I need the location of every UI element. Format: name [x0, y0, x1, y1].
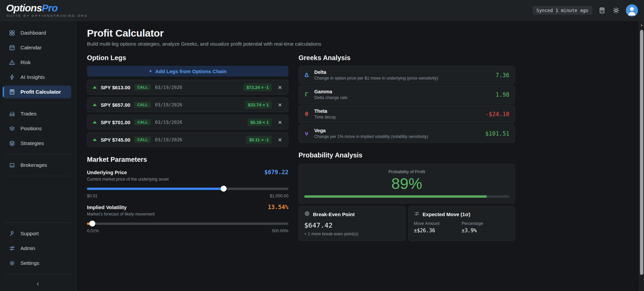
expected-move-title: Expected Move (1σ): [423, 211, 470, 217]
page-scrollbar[interactable]: ▲: [639, 21, 644, 291]
leg-expiry: 03/19/2026: [155, 119, 182, 125]
target-icon: [304, 211, 310, 218]
option-leg-row[interactable]: SPY $701.00 CALL 03/19/2026 $5.18 × 1 ✕: [87, 115, 288, 130]
implied-volatility-max: 500.00%: [272, 229, 288, 233]
remove-leg-button[interactable]: ✕: [276, 101, 284, 109]
underlying-price-label: Underlying Price: [87, 169, 127, 175]
sidebar-item-brokerages[interactable]: Brokerages: [3, 159, 71, 172]
implied-volatility-value: 13.54%: [268, 204, 288, 210]
percentage-label: Percentage: [462, 221, 509, 226]
theta-symbol-icon: θ: [304, 111, 309, 117]
calculator-icon[interactable]: [598, 6, 606, 15]
sidebar-item-support[interactable]: Support: [3, 227, 71, 240]
sidebar-item-label: Support: [20, 231, 39, 237]
implied-volatility-parameter: Implied Volatility 13.54% Market's forec…: [87, 204, 288, 233]
logo-pro: Pro: [42, 2, 57, 13]
sidebar-item-label: Admin: [20, 245, 35, 251]
leg-expiry: 03/19/2026: [155, 85, 182, 90]
logo-text: OptionsPro: [6, 3, 88, 13]
leg-expiry: 03/19/2026: [155, 137, 182, 142]
probability-of-profit-label: Probability of Profit: [304, 169, 509, 174]
option-leg-row[interactable]: SPY $657.00 CALL 03/19/2026 $33.74 × 1 ✕: [87, 97, 288, 112]
add-legs-button[interactable]: + Add Legs from Options Chain: [87, 66, 288, 77]
greek-description: Time decay: [314, 115, 480, 119]
bullish-triangle-icon: [93, 138, 97, 141]
bar-chart-icon: [8, 110, 16, 117]
leg-type-badge: CALL: [134, 102, 151, 108]
greek-value: -$24.10: [485, 111, 509, 117]
plus-icon: +: [149, 68, 152, 75]
theme-toggle-sun-icon[interactable]: [612, 6, 620, 15]
slider-thumb[interactable]: [89, 221, 95, 227]
close-icon: ✕: [278, 85, 282, 90]
close-icon: ✕: [278, 102, 282, 108]
percentage-value: ±3.9%: [462, 228, 509, 234]
calendar-icon: [8, 44, 16, 51]
main-content: Profit Calculator Build multi-leg option…: [76, 21, 639, 291]
leg-symbol: SPY $745.00: [101, 137, 130, 143]
underlying-price-slider[interactable]: [87, 186, 288, 192]
sidebar-divider: [5, 274, 71, 274]
option-leg-row[interactable]: SPY $613.00 CALL 03/19/2026 $73.24 × -1 …: [87, 80, 288, 95]
implied-volatility-slider[interactable]: [87, 221, 288, 227]
sidebar-item-ai-insights[interactable]: AI Insights: [3, 71, 71, 84]
scrollbar-up-arrow[interactable]: ▲: [639, 23, 644, 27]
sidebar-item-risk[interactable]: Risk: [3, 56, 71, 69]
slider-fill: [87, 188, 224, 190]
option-legs-list: SPY $613.00 CALL 03/19/2026 $73.24 × -1 …: [87, 80, 288, 147]
greek-name: Gamma: [314, 89, 490, 94]
option-leg-row[interactable]: SPY $745.00 CALL 03/19/2026 $0.11 × -1 ✕: [87, 132, 288, 147]
greek-row-gamma: Γ Gamma Delta change rate 1.98: [298, 85, 515, 104]
probability-progress-bar: [304, 195, 509, 198]
gamma-symbol-icon: Γ: [304, 91, 309, 98]
page-subtitle: Build multi-leg options strategies, anal…: [87, 41, 639, 47]
greek-description: Delta change rate: [314, 95, 490, 100]
leg-type-badge: CALL: [134, 137, 151, 143]
move-amount-label: Move Amount: [414, 221, 462, 226]
leg-price-badge: $73.24 × -1: [243, 84, 272, 91]
sidebar-item-label: Settings: [20, 260, 39, 266]
implied-volatility-min: 0.01%: [87, 229, 99, 233]
leg-expiry: 03/19/2026: [155, 102, 182, 107]
greek-value: 1.98: [496, 91, 509, 98]
sidebar-item-label: Positions: [20, 126, 42, 132]
vega-symbol-icon: ν: [304, 130, 309, 137]
greek-value: 7.36: [496, 72, 509, 79]
sidebar-divider: [5, 154, 71, 154]
user-avatar[interactable]: [626, 4, 638, 16]
underlying-price-parameter: Underlying Price $679.22 Current market …: [87, 169, 288, 198]
sidebar-item-label: Profit Calculator: [20, 89, 61, 95]
sidebar-item-positions[interactable]: Positions: [3, 122, 71, 135]
sidebar-item-trades[interactable]: Trades: [3, 107, 71, 120]
sidebar-item-label: AI Insights: [20, 74, 45, 80]
sidebar-item-strategies[interactable]: Strategies: [3, 137, 71, 150]
sliders-icon: [414, 211, 420, 218]
sidebar-item-label: Risk: [20, 59, 31, 65]
sidebar-item-admin[interactable]: Admin: [3, 242, 71, 255]
expected-move-card: Expected Move (1σ) Move Amount ±$26.36 P…: [408, 206, 515, 241]
remove-leg-button[interactable]: ✕: [276, 136, 284, 144]
sidebar-item-profit-calculator[interactable]: Profit Calculator: [3, 86, 71, 98]
delta-symbol-icon: Δ: [304, 72, 309, 79]
probability-analysis-heading: Probability Analysis: [298, 151, 515, 159]
sidebar-collapse-button[interactable]: ‹: [0, 278, 76, 289]
slider-thumb[interactable]: [221, 186, 227, 192]
leg-symbol: SPY $613.00: [101, 85, 130, 90]
sidebar-divider: [5, 176, 71, 176]
remove-leg-button[interactable]: ✕: [276, 118, 284, 126]
scrollbar-thumb[interactable]: [640, 30, 643, 275]
probability-of-profit-card: Probability of Profit 89%: [298, 164, 515, 203]
remove-leg-button[interactable]: ✕: [276, 84, 284, 91]
option-legs-heading: Option Legs: [87, 54, 288, 62]
sidebar-item-settings[interactable]: Settings: [3, 257, 71, 270]
chevron-left-icon: ‹: [37, 280, 39, 287]
break-even-value: $647.42: [304, 221, 400, 229]
bullish-triangle-icon: [93, 86, 97, 89]
sidebar-item-dashboard[interactable]: Dashboard: [3, 27, 71, 39]
break-even-card: Break-Even Point $647.42 + 1 more break-…: [298, 206, 406, 241]
page-title: Profit Calculator: [87, 28, 639, 39]
probability-of-profit-value: 89%: [304, 175, 509, 193]
sidebar-item-calendar[interactable]: Calendar: [3, 41, 71, 54]
implied-volatility-description: Market's forecast of likely movement: [87, 212, 288, 216]
calculator-icon: [8, 88, 16, 96]
